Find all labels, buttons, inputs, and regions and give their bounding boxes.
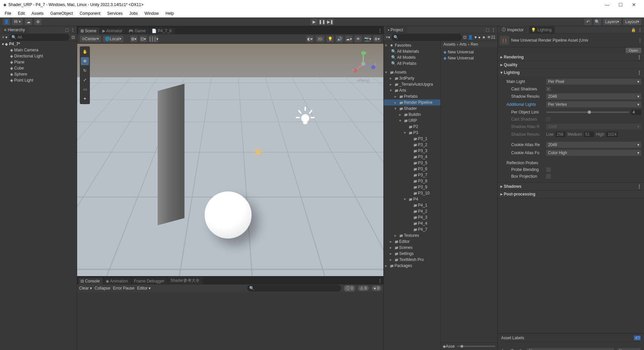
- assetbundle-dropdown[interactable]: None▾: [527, 348, 614, 350]
- panel-maximize-icon[interactable]: ⬚: [65, 28, 69, 32]
- label-icon[interactable]: 🏷: [634, 336, 641, 340]
- panel-menu-icon[interactable]: ⋮: [638, 28, 642, 32]
- console-search[interactable]: 🔍: [247, 285, 341, 292]
- panel-menu-icon[interactable]: ⋮: [491, 28, 495, 32]
- tab-shader参考大全[interactable]: Shader参考大全: [168, 277, 203, 285]
- lock-icon[interactable]: 🔒: [631, 28, 636, 32]
- error-pause-button[interactable]: Error Pause: [113, 286, 135, 291]
- camera-toggle[interactable]: 📷▾: [364, 36, 371, 42]
- hidden-toggle[interactable]: 👁: [355, 36, 362, 42]
- folder-item[interactable]: P3_1: [384, 136, 440, 142]
- 2d-toggle[interactable]: 2D: [316, 36, 324, 42]
- search-button[interactable]: 🔍: [594, 18, 601, 25]
- project-search[interactable]: 🔍: [391, 34, 462, 41]
- play-button[interactable]: ▶: [310, 18, 318, 25]
- lighting-toggle[interactable]: 💡: [326, 36, 334, 42]
- settings-button[interactable]: ⚙: [34, 18, 42, 25]
- folder-item[interactable]: ▸Settings: [384, 251, 440, 257]
- project-tab[interactable]: ▪ Project: [386, 27, 407, 33]
- breadcrumb-item[interactable]: Arts: [460, 42, 467, 47]
- folder-item[interactable]: P2: [384, 124, 440, 130]
- menu-component[interactable]: Component: [77, 10, 103, 16]
- create-dropdown[interactable]: + ▾: [2, 35, 7, 40]
- menu-gameobject[interactable]: GameObject: [48, 10, 75, 16]
- hierarchy-item[interactable]: ◈ Main Camera: [0, 47, 77, 53]
- layout-dropdown[interactable]: Layout ▾: [623, 18, 641, 25]
- favorites-header[interactable]: ▾★ Favorites: [384, 42, 440, 48]
- favorite-item[interactable]: 🔍 All Models: [384, 54, 440, 60]
- pivot-dropdown[interactable]: ⊙Center▾: [80, 36, 101, 42]
- folder-item[interactable]: ▾Arts: [384, 87, 440, 93]
- point-light-gizmo[interactable]: ☀: [248, 144, 268, 165]
- folder-item[interactable]: ▸3rdParty: [384, 75, 440, 81]
- folder-item[interactable]: ▸Editor: [384, 238, 440, 245]
- open-button[interactable]: Open: [626, 48, 641, 53]
- transform-tool[interactable]: ✦: [81, 95, 89, 103]
- folder-item[interactable]: ▾Shader: [384, 105, 440, 112]
- folder-item[interactable]: ▸Textures: [384, 232, 440, 238]
- shadow-res-dropdown[interactable]: 2048▾: [546, 93, 641, 99]
- folder-item[interactable]: P3_10: [384, 190, 440, 196]
- menu-help[interactable]: Help: [163, 10, 177, 16]
- post-processing-section[interactable]: ▸Post-processing: [498, 190, 644, 198]
- layers-dropdown[interactable]: Layers ▾: [603, 18, 621, 25]
- cloud-status[interactable]: 柿 ▾: [12, 18, 23, 25]
- rect-tool[interactable]: ▭: [81, 85, 89, 93]
- menu-services[interactable]: Services: [104, 10, 125, 16]
- folder-item[interactable]: P3_6: [384, 166, 440, 172]
- search-by-label-icon[interactable]: 👤: [468, 35, 473, 40]
- inspector-tab[interactable]: ⓘ Inspector: [500, 26, 527, 34]
- probe-blend-checkbox[interactable]: [546, 167, 551, 172]
- assets-folder[interactable]: ▾Assets: [384, 69, 440, 75]
- clear-button[interactable]: Clear ▾: [79, 286, 92, 291]
- hidden-packages-icon[interactable]: ●: [478, 35, 480, 40]
- main-light-dropdown[interactable]: Per Pixel▾: [546, 79, 641, 85]
- snap-toggle[interactable]: ⊡▾: [140, 36, 147, 42]
- folder-item[interactable]: P3_3: [384, 148, 440, 154]
- favorite-item[interactable]: 🔍 All Materials: [384, 48, 440, 54]
- cookie-atlas-dropdown[interactable]: 2048▾: [546, 142, 641, 148]
- quality-section[interactable]: ▸Quality: [498, 61, 644, 69]
- icon-size-slider[interactable]: [457, 346, 495, 347]
- folder-item[interactable]: ▾URP: [384, 118, 440, 124]
- undo-button[interactable]: ↶: [584, 18, 592, 25]
- cube-object[interactable]: [158, 84, 184, 225]
- gizmo-toggle[interactable]: ⊕▾: [373, 36, 381, 42]
- hierarchy-item[interactable]: ◈ Directional Light: [0, 53, 77, 59]
- rotate-tool[interactable]: ↻: [81, 67, 89, 75]
- handle-dropdown[interactable]: 🌐Local▾: [103, 36, 123, 42]
- panel-menu-icon[interactable]: ⋮: [377, 277, 383, 285]
- project-breadcrumb[interactable]: Assets›Arts›Ren: [441, 41, 497, 48]
- minimize-button[interactable]: —: [600, 2, 614, 7]
- asset-menu-icon[interactable]: ⋮: [638, 38, 642, 43]
- folder-item[interactable]: P4_2: [384, 208, 440, 214]
- folder-item[interactable]: P3_5: [384, 160, 440, 166]
- lighting-tab[interactable]: 💡 Lighting: [529, 27, 555, 33]
- tab-frame-debugger[interactable]: Frame Debugger: [132, 278, 168, 285]
- tab-scene[interactable]: ⊞ Scene: [78, 28, 100, 34]
- tab-animation[interactable]: ◉ Animation: [104, 278, 131, 285]
- lighting-section[interactable]: ▾Lighting⋮: [498, 69, 644, 76]
- favorite-icon[interactable]: ♥: [474, 35, 477, 40]
- asset-item[interactable]: ◈ New Universal: [442, 55, 496, 61]
- tab-game[interactable]: 🎮 Game: [126, 28, 149, 34]
- folder-item[interactable]: P4_7: [384, 226, 440, 232]
- favorite-item[interactable]: 🔍 All Prefabs: [384, 60, 440, 67]
- tab-console[interactable]: ⊟ Console: [78, 278, 103, 285]
- search-by-type-icon[interactable]: ⊡: [463, 35, 467, 40]
- hierarchy-item[interactable]: ◈ Plane: [0, 59, 77, 65]
- breadcrumb-item[interactable]: Assets: [443, 42, 455, 47]
- move-tool[interactable]: ✥: [81, 57, 89, 65]
- maximize-button[interactable]: ☐: [614, 2, 627, 7]
- folder-item[interactable]: P3_9: [384, 184, 440, 190]
- menu-file[interactable]: File: [2, 10, 14, 16]
- create-dropdown[interactable]: +▾: [386, 35, 390, 40]
- cloud-button[interactable]: ☁: [25, 18, 32, 25]
- view-tool[interactable]: ✋: [81, 48, 89, 56]
- panel-maximize-icon[interactable]: ⬚: [486, 28, 489, 32]
- editor-dropdown[interactable]: Editor ▾: [137, 286, 151, 291]
- rendering-section[interactable]: ▸Rendering⋮: [498, 53, 644, 61]
- folder-item[interactable]: ▾P4: [384, 196, 440, 202]
- info-count[interactable]: ⓘ 0: [344, 285, 355, 292]
- account-button[interactable]: 👤: [3, 18, 10, 25]
